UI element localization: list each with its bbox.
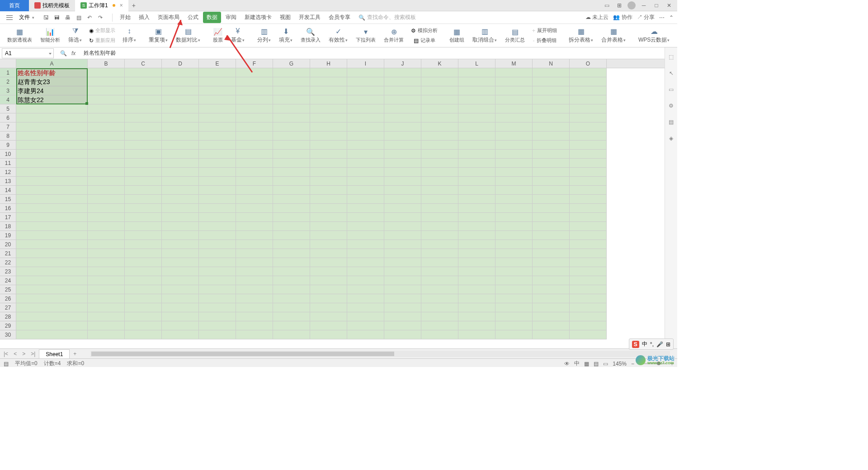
cell-M29[interactable] bbox=[495, 321, 533, 330]
cell-L4[interactable] bbox=[458, 95, 495, 104]
cell-O29[interactable] bbox=[570, 321, 607, 330]
cell-C14[interactable] bbox=[125, 186, 162, 195]
cell-E30[interactable] bbox=[199, 330, 236, 339]
cell-N3[interactable] bbox=[533, 86, 570, 95]
cell-I11[interactable] bbox=[347, 159, 384, 168]
cell-B29[interactable] bbox=[88, 321, 125, 330]
col-header-O[interactable]: O bbox=[570, 59, 607, 68]
row-header-30[interactable]: 30 bbox=[0, 330, 16, 339]
view-normal-icon[interactable]: ▦ bbox=[584, 361, 589, 367]
cell-M27[interactable] bbox=[495, 303, 533, 312]
cell-A3[interactable]: 李建男24 bbox=[16, 86, 88, 95]
cell-E12[interactable] bbox=[199, 168, 236, 177]
cell-F15[interactable] bbox=[236, 195, 273, 204]
cell-I30[interactable] bbox=[347, 330, 384, 339]
pivot-table-button[interactable]: ▦数据透视表 bbox=[4, 25, 36, 47]
cell-N6[interactable] bbox=[533, 113, 570, 122]
cell-L7[interactable] bbox=[458, 122, 495, 132]
cloud-status[interactable]: ☁ 未上云 bbox=[585, 14, 609, 21]
cell-I19[interactable] bbox=[347, 231, 384, 240]
cell-K1[interactable] bbox=[421, 68, 458, 77]
cell-E5[interactable] bbox=[199, 104, 236, 113]
cell-G18[interactable] bbox=[273, 222, 310, 231]
cell-I21[interactable] bbox=[347, 249, 384, 258]
cell-G21[interactable] bbox=[273, 249, 310, 258]
row-header-14[interactable]: 14 bbox=[0, 186, 16, 195]
cell-G1[interactable] bbox=[273, 68, 310, 77]
row-header-18[interactable]: 18 bbox=[0, 222, 16, 231]
fill-button[interactable]: ⬇填充▾ bbox=[275, 25, 296, 47]
menu-page-layout[interactable]: 页面布局 bbox=[154, 12, 183, 23]
cell-J14[interactable] bbox=[384, 186, 421, 195]
row-header-23[interactable]: 23 bbox=[0, 267, 16, 276]
cell-L8[interactable] bbox=[458, 132, 495, 141]
cell-G9[interactable] bbox=[273, 141, 310, 150]
cell-I5[interactable] bbox=[347, 104, 384, 113]
cell-E29[interactable] bbox=[199, 321, 236, 330]
fund-button[interactable]: ¥基金▾ bbox=[227, 25, 248, 47]
cell-H28[interactable] bbox=[310, 312, 347, 321]
cell-O19[interactable] bbox=[570, 231, 607, 240]
cell-F1[interactable] bbox=[236, 68, 273, 77]
cell-H17[interactable] bbox=[310, 213, 347, 222]
cell-K25[interactable] bbox=[421, 285, 458, 294]
cell-B7[interactable] bbox=[88, 122, 125, 132]
cell-O26[interactable] bbox=[570, 294, 607, 303]
undo-icon[interactable]: ↶ bbox=[86, 14, 93, 21]
cell-M4[interactable] bbox=[495, 95, 533, 104]
cell-M16[interactable] bbox=[495, 204, 533, 213]
tab-close-icon[interactable]: × bbox=[120, 0, 123, 11]
cell-N8[interactable] bbox=[533, 132, 570, 141]
cell-A1[interactable]: 姓名性别年龄 bbox=[16, 68, 88, 77]
cell-I22[interactable] bbox=[347, 258, 384, 267]
cell-K19[interactable] bbox=[421, 231, 458, 240]
cell-B20[interactable] bbox=[88, 240, 125, 249]
cell-A28[interactable] bbox=[16, 312, 88, 321]
cell-G2[interactable] bbox=[273, 77, 310, 86]
ime-punct[interactable]: °, bbox=[650, 341, 654, 348]
cell-C25[interactable] bbox=[125, 285, 162, 294]
cell-G22[interactable] bbox=[273, 258, 310, 267]
cell-C12[interactable] bbox=[125, 168, 162, 177]
cell-J20[interactable] bbox=[384, 240, 421, 249]
cell-J23[interactable] bbox=[384, 267, 421, 276]
cell-M11[interactable] bbox=[495, 159, 533, 168]
cell-H12[interactable] bbox=[310, 168, 347, 177]
cell-D3[interactable] bbox=[162, 86, 199, 95]
cell-C28[interactable] bbox=[125, 312, 162, 321]
cell-O27[interactable] bbox=[570, 303, 607, 312]
consolidate-button[interactable]: ⊕合并计算 bbox=[380, 25, 407, 47]
cell-O24[interactable] bbox=[570, 276, 607, 285]
hscroll-thumb[interactable] bbox=[91, 352, 394, 356]
col-header-B[interactable]: B bbox=[88, 59, 125, 68]
cell-J26[interactable] bbox=[384, 294, 421, 303]
cell-K9[interactable] bbox=[421, 141, 458, 150]
cell-K2[interactable] bbox=[421, 77, 458, 86]
menu-data[interactable]: 数据 bbox=[203, 12, 221, 23]
cell-D15[interactable] bbox=[162, 195, 199, 204]
cell-G23[interactable] bbox=[273, 267, 310, 276]
ime-lang[interactable]: 中 bbox=[642, 340, 647, 348]
cell-K22[interactable] bbox=[421, 258, 458, 267]
cell-N20[interactable] bbox=[533, 240, 570, 249]
cell-A27[interactable] bbox=[16, 303, 88, 312]
sheet-first-icon[interactable]: |< bbox=[2, 351, 10, 357]
cell-J22[interactable] bbox=[384, 258, 421, 267]
col-header-F[interactable]: F bbox=[236, 59, 273, 68]
cell-H1[interactable] bbox=[310, 68, 347, 77]
row-header-13[interactable]: 13 bbox=[0, 177, 16, 186]
cell-B5[interactable] bbox=[88, 104, 125, 113]
sheet-prev-icon[interactable]: < bbox=[12, 351, 19, 357]
cell-E13[interactable] bbox=[199, 177, 236, 186]
cell-L30[interactable] bbox=[458, 330, 495, 339]
cell-O15[interactable] bbox=[570, 195, 607, 204]
cell-A12[interactable] bbox=[16, 168, 88, 177]
cell-G6[interactable] bbox=[273, 113, 310, 122]
cell-N16[interactable] bbox=[533, 204, 570, 213]
cell-K3[interactable] bbox=[421, 86, 458, 95]
cell-K8[interactable] bbox=[421, 132, 458, 141]
cell-N7[interactable] bbox=[533, 122, 570, 132]
row-header-10[interactable]: 10 bbox=[0, 150, 16, 159]
cell-K20[interactable] bbox=[421, 240, 458, 249]
name-box[interactable]: A1 bbox=[2, 48, 54, 58]
